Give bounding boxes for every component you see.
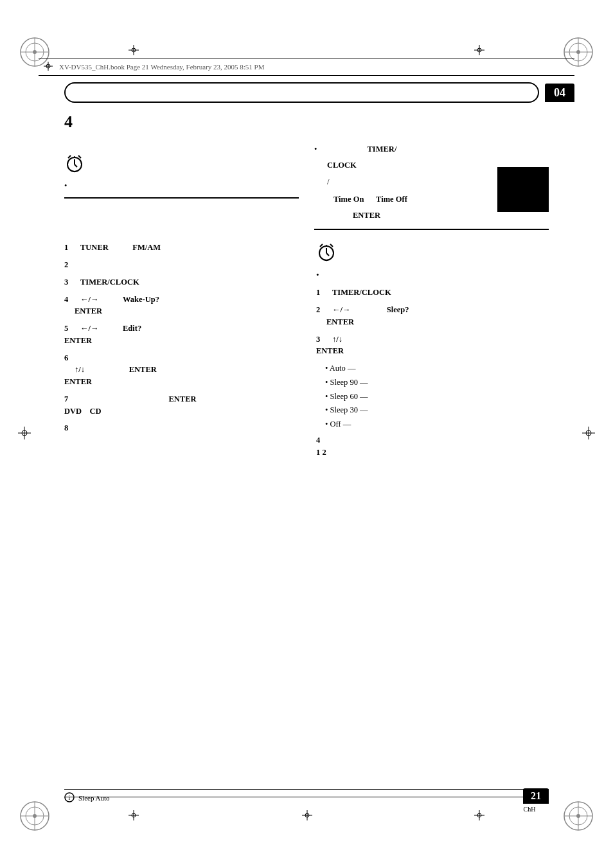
title-bar [64,82,539,103]
clock-label: CLOCK [327,161,357,170]
svg-line-32 [68,155,71,158]
sleep30-option: • Sleep 30 — [325,404,549,416]
step-8: 8 [64,422,297,434]
step7-dvd: DVD [64,407,82,416]
section-tab: 04 [545,84,574,102]
timer-clock-bullet: • [314,145,365,154]
sleep60-option: • Sleep 60 — [325,391,549,403]
svg-point-9 [576,50,580,54]
footer-bar: i Sleep Auto [64,789,549,804]
right-step-4: 4 1 2 [316,434,549,459]
intro-left: • [64,134,299,230]
svg-line-37 [326,253,329,256]
step7-enter: ENTER [169,394,197,403]
page-number-badge: 21 [523,788,549,804]
alarm-icon-left [64,153,85,173]
right-step4-nums: 1 2 [316,448,326,457]
top-crosshair-left [129,45,139,58]
auto-option: • Auto — [325,362,549,375]
step-5: 5 ←/→ Edit? ENTER [64,323,297,347]
svg-line-33 [78,155,81,158]
margin-crosshair-right [582,427,595,442]
svg-point-14 [33,814,37,818]
right-step2-enter: ENTER [326,317,354,326]
right-step-1: 1 TIMER/CLOCK [316,287,549,299]
right-step-3: 3 ↑/↓ ENTER [316,333,549,358]
step6-enter2: ENTER [64,377,92,386]
svg-text:i: i [69,794,71,801]
main-left-column: 1 TUNER FM/AM 2 3 TIMER/CLOCK 4 [64,242,297,463]
corner-decoration-br [562,799,595,833]
page-badge-sub: ChH [510,806,549,813]
header-bar: XV-DV535_ChH.book Page 21 Wednesday, Feb… [39,58,574,76]
header-file-info: XV-DV535_ChH.book Page 21 Wednesday, Feb… [59,63,265,71]
step1-tuner: TUNER [80,243,109,252]
corner-decoration-bl [18,799,51,833]
slash-label: / [327,177,329,186]
main-content: • • TIMER/ CLOCK / Time On Time Off [64,128,549,797]
sleep90-option: • Sleep 90 — [325,376,549,389]
margin-crosshair-left [18,427,31,442]
right-step2-arrow: ←/→ [332,305,350,314]
step6-arrow: ↑/↓ [75,365,85,374]
right-step3-arrow: ↑/↓ [332,335,342,344]
time-on-label: Time On [333,195,364,204]
step-7: 7 ENTER DVD CD [64,393,297,418]
step4-arrow: ←/→ [80,295,98,304]
footer-icon: i [64,792,75,804]
step1-fmam: FM/AM [132,243,161,252]
right-step-2: 2 ←/→ Sleep? ENTER [316,304,549,328]
right-step1-label: TIMER/CLOCK [332,288,391,297]
svg-line-39 [330,244,333,247]
step5-arrow: ←/→ [80,324,98,333]
right-alarm-bullet: • [316,270,549,280]
intro-right: • TIMER/ CLOCK / Time On Time Off ENTER [314,134,549,230]
top-crosshair-right [474,45,484,58]
main-two-col: 1 TUNER FM/AM 2 3 TIMER/CLOCK 4 [64,242,549,463]
off-option: • Off — [325,418,549,430]
main-right-column: • 1 TIMER/CLOCK 2 ←/→ Sleep? ENTER [316,242,549,463]
alarm-icon-right [316,242,337,262]
step-3: 3 TIMER/CLOCK [64,276,297,288]
step-2: 2 [64,259,297,271]
svg-line-38 [320,244,323,247]
intro-bullet: • [64,181,299,191]
timer-clock-label: TIMER/ [368,145,397,154]
step-1: 1 TUNER FM/AM [64,242,297,254]
right-step2-label: Sleep? [387,305,409,314]
bottom-crosshair-center [302,810,312,823]
svg-point-19 [576,814,580,818]
bottom-crosshair-left [129,810,139,823]
step7-cd: CD [90,407,102,416]
step3-label: TIMER/CLOCK [80,278,139,287]
step4-enter: ENTER [75,306,102,315]
right-step3-enter: ENTER [316,346,344,355]
step-6: 6 ↑/↓ ENTER ENTER [64,352,297,388]
svg-point-4 [33,50,37,54]
intro-section: • • TIMER/ CLOCK / Time On Time Off [64,134,549,230]
footer-text: Sleep Auto [78,794,110,802]
enter-label: ENTER [353,211,380,220]
header-crosshair [44,62,53,72]
svg-line-31 [75,164,77,167]
bottom-crosshair-right [474,810,484,823]
step-4: 4 ←/→ Wake-Up? ENTER [64,294,297,318]
step5-label: Edit? [123,324,141,333]
step4-label: Wake-Up? [123,295,159,304]
step6-enter: ENTER [129,365,157,374]
step5-enter: ENTER [64,336,92,345]
time-off-label: Time Off [376,195,407,204]
